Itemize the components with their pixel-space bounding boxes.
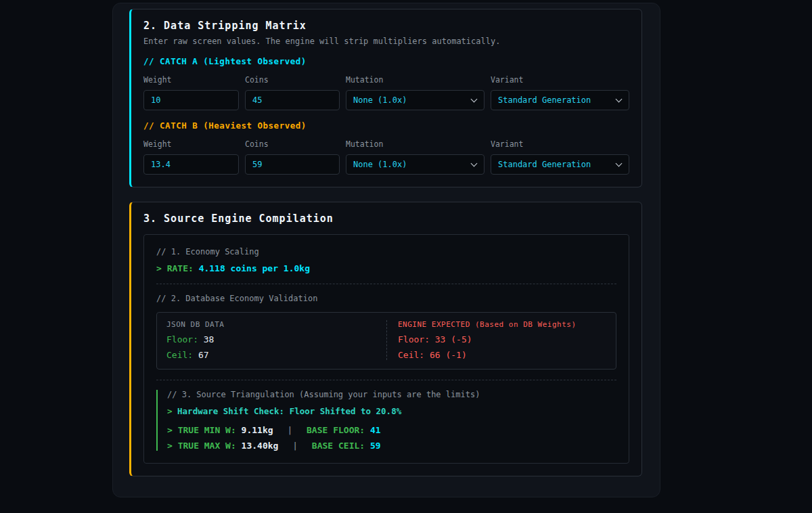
engine-floor-value: 33 (-5) [435, 334, 472, 344]
coins-label: Coins [245, 139, 340, 149]
economy-validation-box: JSON DB DATA Floor: 38 Ceil: 67 ENGINE E… [156, 312, 616, 370]
engine-expected-header: ENGINE EXPECTED (Based on DB Weights) [398, 320, 606, 329]
catch-b-coins-field: Coins [245, 139, 340, 175]
catch-b-mutation-field: Mutation None (1.0x) [346, 139, 484, 175]
rate-label: RATE: [167, 263, 194, 273]
true-max-line: > TRUE MAX W: 13.40kg | BASE CEIL: 59 [167, 441, 616, 451]
db-floor-value: 38 [204, 334, 215, 344]
base-ceil-value: 59 [370, 441, 381, 451]
catch-a-weight-input[interactable] [143, 90, 239, 110]
triangulation-comment: // 3. Source Triangulation (Assuming you… [167, 390, 616, 399]
catch-b-weight-input[interactable] [143, 154, 239, 175]
prompt-symbol: > [167, 425, 173, 435]
engine-ceil-value: 66 (-1) [430, 350, 467, 360]
db-ceil-line: Ceil: 67 [166, 350, 377, 360]
section-title: 3. Source Engine Compilation [143, 213, 629, 225]
catch-a-variant-field: Variant Standard Generation [491, 75, 629, 110]
dashed-divider [156, 380, 616, 380]
dashed-divider [156, 284, 616, 284]
section-title: 2. Data Stripping Matrix [143, 20, 629, 32]
catch-b-heading: // CATCH B (Heaviest Observed) [143, 120, 629, 131]
catch-a-coins-field: Coins [245, 75, 340, 110]
catch-b-variant-field: Variant Standard Generation [491, 139, 629, 175]
base-floor-label: BASE FLOOR: [307, 425, 365, 435]
true-min-value: 9.11kg [242, 425, 273, 435]
catch-a-field-grid: Weight Coins Mutation None (1.0x) Varian… [143, 75, 629, 110]
rate-value: 4.118 coins per 1.0kg [199, 263, 310, 273]
true-min-label: TRUE MIN W: [178, 425, 236, 435]
weight-label: Weight [143, 139, 239, 149]
catch-a-mutation-select-wrap: None (1.0x) [346, 90, 484, 110]
catch-a-variant-select-wrap: Standard Generation [491, 90, 629, 110]
db-floor-line: Floor: 38 [166, 334, 377, 344]
engine-expected-column: ENGINE EXPECTED (Based on DB Weights) Fl… [386, 320, 616, 360]
weight-label: Weight [143, 75, 239, 85]
section-subtitle: Enter raw screen values. The engine will… [143, 37, 629, 46]
data-stripping-matrix-section: 2. Data Stripping Matrix Enter raw scree… [129, 9, 642, 187]
mutation-label: Mutation [346, 139, 484, 149]
base-ceil-label: BASE CEIL: [312, 441, 365, 451]
catch-b-coins-input[interactable] [245, 154, 340, 175]
json-db-header: JSON DB DATA [166, 320, 377, 329]
engine-ceil-line: Ceil: 66 (-1) [398, 350, 606, 360]
database-validation-comment: // 2. Database Economy Validation [156, 294, 616, 303]
engine-floor-line: Floor: 33 (-5) [398, 334, 606, 344]
prompt-symbol: > [167, 406, 173, 416]
db-ceil-value: 67 [198, 350, 209, 360]
catch-b-weight-field: Weight [143, 139, 239, 175]
engine-floor-label: Floor: [398, 334, 430, 344]
catch-a-coins-input[interactable] [245, 90, 340, 110]
prompt-symbol: > [167, 441, 173, 451]
catch-b-variant-select[interactable]: Standard Generation [491, 154, 629, 175]
catch-a-mutation-select[interactable]: None (1.0x) [346, 90, 484, 110]
true-max-value: 13.40kg [242, 441, 279, 451]
catch-a-mutation-field: Mutation None (1.0x) [346, 75, 484, 110]
coins-label: Coins [245, 75, 340, 85]
json-db-column: JSON DB DATA Floor: 38 Ceil: 67 [157, 320, 386, 360]
variant-label: Variant [491, 75, 629, 85]
source-engine-compilation-section: 3. Source Engine Compilation // 1. Econo… [129, 202, 642, 476]
economy-scaling-comment: // 1. Economy Scaling [156, 247, 616, 256]
pipe-divider: | [292, 441, 298, 451]
engine-ceil-label: Ceil: [398, 350, 424, 360]
source-triangulation-block: // 3. Source Triangulation (Assuming you… [156, 390, 616, 451]
catch-b-mutation-select[interactable]: None (1.0x) [346, 154, 484, 175]
variant-label: Variant [491, 139, 629, 149]
db-ceil-label: Ceil: [166, 350, 193, 360]
catch-b-field-grid: Weight Coins Mutation None (1.0x) Varian… [143, 139, 629, 175]
pipe-divider: | [287, 425, 292, 435]
base-floor-value: 41 [370, 425, 381, 435]
shift-check-text: Hardware Shift Check: Floor Shifted to 2… [177, 406, 401, 416]
catch-a-variant-select[interactable]: Standard Generation [491, 90, 629, 110]
true-min-line: > TRUE MIN W: 9.11kg | BASE FLOOR: 41 [167, 425, 616, 435]
compilation-output-panel: // 1. Economy Scaling > RATE: 4.118 coin… [143, 234, 629, 464]
rate-line: > RATE: 4.118 coins per 1.0kg [156, 263, 616, 273]
catch-a-weight-field: Weight [143, 75, 239, 110]
true-max-label: TRUE MAX W: [178, 441, 236, 451]
catch-b-variant-select-wrap: Standard Generation [491, 154, 629, 175]
hardware-shift-line: > Hardware Shift Check: Floor Shifted to… [167, 406, 616, 416]
main-container: 2. Data Stripping Matrix Enter raw scree… [112, 3, 660, 497]
prompt-symbol: > [156, 263, 162, 273]
catch-b-mutation-select-wrap: None (1.0x) [346, 154, 484, 175]
db-floor-label: Floor: [166, 334, 198, 344]
mutation-label: Mutation [346, 75, 484, 85]
catch-a-heading: // CATCH A (Lightest Observed) [143, 56, 629, 66]
